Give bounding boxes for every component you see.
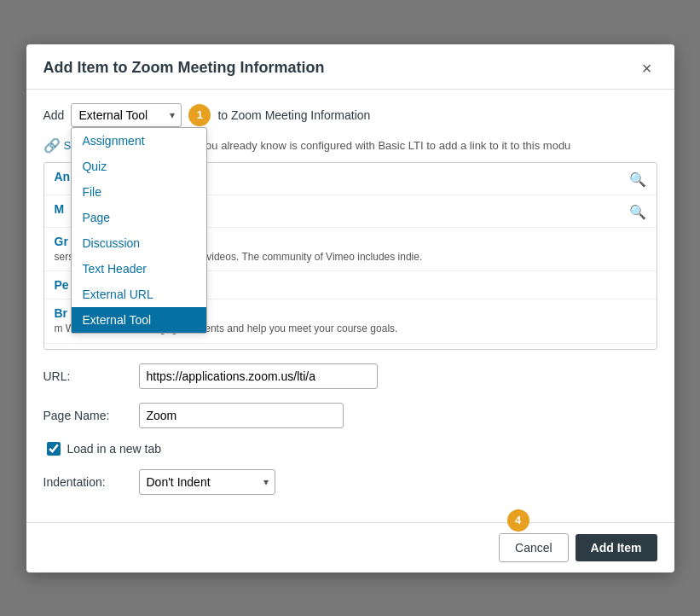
form-section: URL: Page Name: Load in a new tab Indent… xyxy=(43,363,657,495)
close-button[interactable]: × xyxy=(637,58,657,78)
url-input[interactable] xyxy=(139,363,378,389)
badge-1: 1 xyxy=(188,104,211,126)
search-icon-m: 🔍 xyxy=(629,204,646,220)
add-row: Add External Tool Assignment Quiz File P… xyxy=(43,103,657,127)
page-name-row: Page Name: xyxy=(43,403,657,428)
modal-title: Add Item to Zoom Meeting Information xyxy=(43,59,325,77)
load-new-tab-checkbox[interactable] xyxy=(47,442,61,456)
page-name-input[interactable] xyxy=(139,403,344,428)
page-name-label: Page Name: xyxy=(43,409,129,422)
search-icon-an: 🔍 xyxy=(629,171,646,188)
load-new-tab-row: Load in a new tab xyxy=(47,442,657,456)
indentation-select-wrapper[interactable]: Don't Indent Indent 1 Indent 2 Indent 3 … xyxy=(139,469,275,495)
cancel-button[interactable]: Cancel xyxy=(499,533,569,562)
link-icon: 🔗 xyxy=(43,137,61,154)
tool-item-youtube[interactable]: YouTube Search publicly available YouTub… xyxy=(44,344,657,349)
modal-overlay: Add Item to Zoom Meeting Information × A… xyxy=(0,0,700,616)
load-new-tab-label: Load in a new tab xyxy=(67,442,162,456)
menu-item-discussion[interactable]: Discussion xyxy=(72,230,206,256)
menu-item-assignment[interactable]: Assignment xyxy=(72,128,206,154)
menu-item-page[interactable]: Page xyxy=(72,205,206,230)
type-select[interactable]: External Tool Assignment Quiz File Page … xyxy=(71,103,182,127)
indentation-row: Indentation: Don't Indent Indent 1 Inden… xyxy=(43,469,657,495)
add-item-button[interactable]: Add Item xyxy=(576,534,657,561)
menu-item-file[interactable]: File xyxy=(72,179,206,205)
menu-item-external-tool[interactable]: External Tool xyxy=(72,307,206,333)
modal-header: Add Item to Zoom Meeting Information × xyxy=(26,44,674,90)
add-to-text: to Zoom Meeting Information xyxy=(217,108,370,122)
menu-item-quiz[interactable]: Quiz xyxy=(72,154,206,179)
menu-item-external-url[interactable]: External URL xyxy=(72,282,206,307)
add-label: Add xyxy=(43,108,65,122)
indentation-label: Indentation: xyxy=(43,475,129,489)
dropdown-menu: Assignment Quiz File Page Discussion Tex… xyxy=(71,127,207,334)
type-dropdown-wrapper[interactable]: External Tool Assignment Quiz File Page … xyxy=(71,103,182,127)
modal-body: Add External Tool Assignment Quiz File P… xyxy=(26,90,674,522)
url-label: URL: xyxy=(43,369,129,383)
menu-item-text-header[interactable]: Text Header xyxy=(72,256,206,282)
modal-footer: 4 Cancel Add Item xyxy=(26,522,674,572)
modal: Add Item to Zoom Meeting Information × A… xyxy=(26,44,674,572)
url-row: URL: xyxy=(43,363,657,389)
badge-4: 4 xyxy=(507,509,529,532)
indentation-select[interactable]: Don't Indent Indent 1 Indent 2 Indent 3 … xyxy=(139,469,275,495)
